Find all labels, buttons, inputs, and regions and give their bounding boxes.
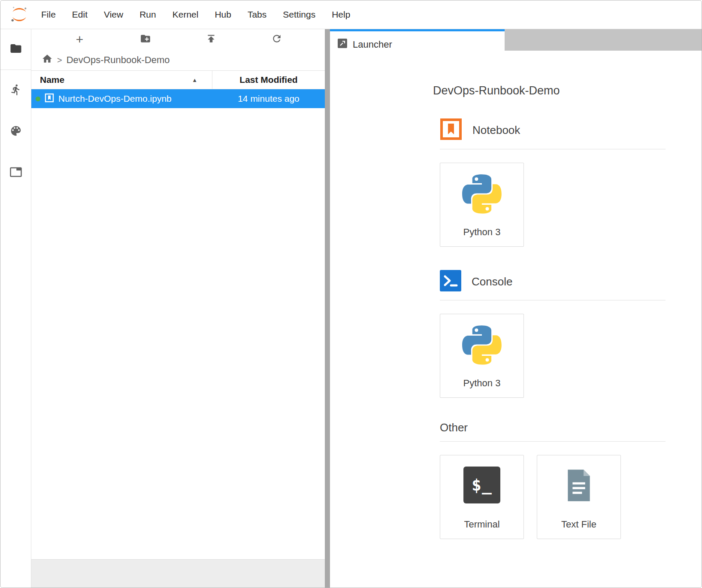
- console-icon: [440, 270, 461, 293]
- column-header-name[interactable]: Name ▲: [31, 71, 212, 89]
- file-list-empty-area[interactable]: [31, 108, 325, 559]
- file-browser-panel: +: [31, 29, 325, 588]
- sidebar-item-open-tabs[interactable]: [0, 152, 31, 194]
- launcher-icon: [338, 39, 347, 51]
- menu-file[interactable]: File: [33, 9, 64, 20]
- menu-edit[interactable]: Edit: [64, 9, 96, 20]
- section-label-console: Console: [472, 275, 512, 288]
- file-last-modified: 14 minutes ago: [238, 94, 300, 104]
- file-browser-toolbar: +: [31, 29, 325, 50]
- section-label-notebook: Notebook: [472, 124, 520, 137]
- column-header-last-modified[interactable]: Last Modified: [212, 71, 325, 89]
- breadcrumb-separator: >: [57, 55, 62, 65]
- upload-icon: [206, 33, 217, 46]
- card-label: Python 3: [463, 227, 501, 238]
- file-name: Nurtch-DevOps-Demo.ipynb: [58, 94, 172, 104]
- name-column-label: Name: [40, 75, 64, 85]
- sidebar-item-running-sessions[interactable]: [0, 70, 31, 111]
- tab-launcher-label: Launcher: [353, 39, 392, 50]
- new-folder-button[interactable]: [137, 31, 154, 48]
- section-divider: [440, 149, 666, 149]
- running-sessions-icon: [10, 84, 22, 97]
- launcher-cwd-title: DevOps-Runbook-Demo: [433, 84, 666, 97]
- section-label-other: Other: [440, 421, 468, 434]
- launcher-card-terminal[interactable]: $_ Terminal: [440, 455, 524, 539]
- menu-kernel[interactable]: Kernel: [164, 9, 207, 20]
- upload-button[interactable]: [203, 31, 220, 48]
- notebook-icon: [440, 118, 462, 142]
- menu-tabs[interactable]: Tabs: [239, 9, 275, 20]
- breadcrumb: > DevOps-Runbook-Demo: [31, 50, 325, 70]
- menu-help[interactable]: Help: [324, 9, 358, 20]
- menu-settings[interactable]: Settings: [275, 9, 324, 20]
- jupyterlab-window: File Edit View Run Kernel Hub Tabs Setti…: [0, 0, 702, 588]
- menu-bar: File Edit View Run Kernel Hub Tabs Setti…: [0, 0, 702, 29]
- menu-run[interactable]: Run: [131, 9, 164, 20]
- section-divider: [440, 441, 666, 442]
- card-label: Text File: [561, 519, 596, 530]
- jupyter-logo-icon: [6, 6, 33, 24]
- kernel-running-indicator: [36, 97, 40, 101]
- sort-ascending-icon: ▲: [192, 77, 212, 83]
- refresh-button[interactable]: [268, 31, 285, 48]
- menu-view[interactable]: View: [96, 9, 131, 20]
- home-icon[interactable]: [42, 53, 53, 67]
- menu-hub[interactable]: Hub: [206, 9, 239, 20]
- launcher-card-console-python3[interactable]: Python 3: [440, 314, 524, 398]
- file-list-header: Name ▲ Last Modified: [31, 70, 325, 89]
- file-browser-footer: [31, 559, 325, 588]
- launcher-card-text-file[interactable]: Text File: [537, 455, 621, 539]
- new-folder-icon: [140, 33, 151, 46]
- sidebar-item-file-browser[interactable]: [0, 29, 31, 70]
- launcher-section-notebook: Notebook Python 3: [440, 118, 666, 247]
- palette-icon: [9, 124, 22, 139]
- plus-icon: +: [76, 33, 84, 46]
- python-logo-icon: [462, 325, 502, 367]
- python-logo-icon: [462, 174, 502, 215]
- terminal-icon: $_: [463, 467, 500, 503]
- panel-splitter-handle[interactable]: [325, 29, 330, 588]
- launcher-section-console: Console Python 3: [440, 270, 666, 398]
- tab-launcher[interactable]: Launcher: [330, 29, 505, 58]
- card-label: Python 3: [463, 378, 501, 389]
- main-dock-panel: Launcher DevOps-Runbook-Demo Noteboo: [330, 29, 702, 588]
- file-row-selected[interactable]: Nurtch-DevOps-Demo.ipynb 14 minutes ago: [31, 89, 325, 108]
- launcher-card-notebook-python3[interactable]: Python 3: [440, 163, 524, 247]
- terminal-glyph: $_: [472, 476, 492, 494]
- refresh-icon: [271, 33, 282, 46]
- sidebar-item-command-palette[interactable]: [0, 111, 31, 152]
- new-launcher-button[interactable]: +: [71, 31, 88, 48]
- card-label: Terminal: [464, 519, 499, 530]
- launcher-body: DevOps-Runbook-Demo Notebook: [330, 58, 702, 588]
- section-divider: [440, 300, 666, 300]
- folder-icon: [9, 42, 22, 57]
- dock-tab-bar: Launcher: [330, 29, 702, 58]
- text-file-icon: [560, 467, 598, 506]
- breadcrumb-path[interactable]: DevOps-Runbook-Demo: [67, 55, 170, 66]
- notebook-file-icon: [44, 93, 54, 105]
- sidebar-activity-bar: [0, 29, 31, 588]
- launcher-section-other: Other $_ Terminal: [440, 421, 666, 539]
- last-modified-column-label: Last Modified: [239, 75, 297, 85]
- tabs-icon: [9, 166, 22, 180]
